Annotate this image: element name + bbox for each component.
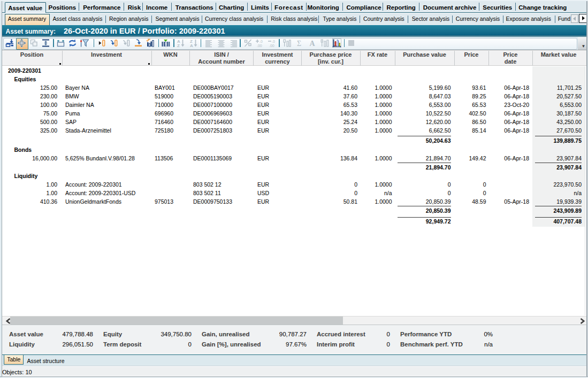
svg-text:.00: .00 bbox=[269, 44, 274, 48]
svg-text:.0: .0 bbox=[259, 40, 263, 43]
svg-text:.0: .0 bbox=[272, 40, 275, 43]
svg-text:Z: Z bbox=[177, 43, 180, 48]
svg-text:A: A bbox=[309, 40, 315, 48]
svg-text:Σ: Σ bbox=[297, 40, 301, 48]
svg-text:.00: .00 bbox=[257, 44, 262, 48]
svg-text:A: A bbox=[190, 43, 193, 48]
